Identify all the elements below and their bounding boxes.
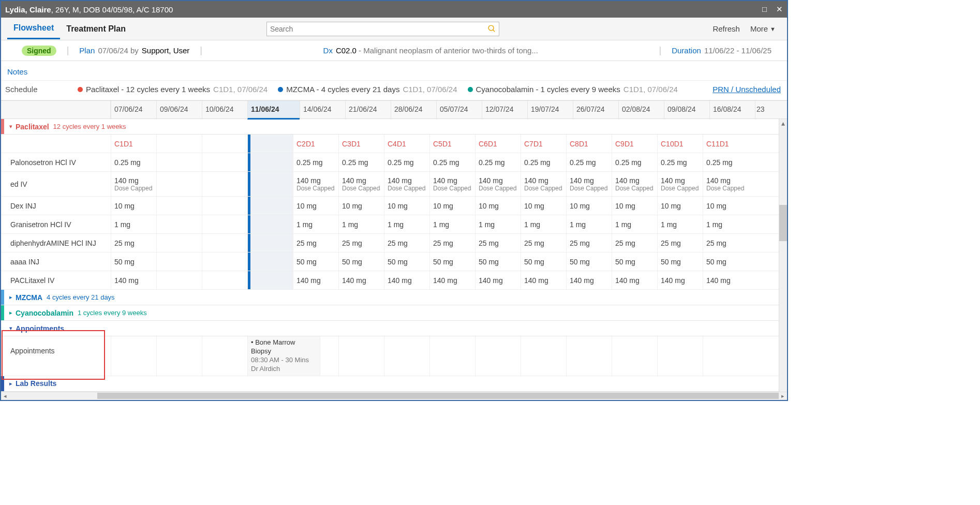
notes-link[interactable]: Notes [1,61,787,81]
dose-cell[interactable]: 50 mg [384,252,429,271]
dose-cell[interactable]: 0.25 mg [521,153,566,171]
dose-cell[interactable]: 140 mg [703,271,748,289]
dose-cell[interactable]: 25 mg [657,234,703,252]
dose-cell[interactable]: 140 mgDose Capped [111,172,156,196]
dose-cell[interactable]: 50 mg [475,252,521,271]
date-column[interactable]: 02/08/24 [618,101,664,118]
date-column[interactable]: 07/06/24 [111,101,156,118]
dose-cell[interactable] [156,234,202,252]
dose-cell[interactable]: 25 mg [566,234,612,252]
dose-cell[interactable]: 50 mg [338,252,384,271]
dose-cell[interactable]: 1 mg [384,215,429,233]
dose-cell[interactable]: 140 mgDose Capped [429,172,475,196]
dose-cell[interactable]: 10 mg [293,197,338,215]
appointment-cell[interactable]: • Bone Marrow Biopsy 08:30 AM - 30 Mins … [247,336,320,376]
date-column[interactable]: 12/07/24 [482,101,527,118]
group-paclitaxel[interactable]: ▾ Paclitaxel 12 cycles every 1 weeks [1,119,787,135]
date-column[interactable]: 09/06/24 [156,101,202,118]
dose-cell[interactable]: 50 mg [111,252,156,271]
dose-cell[interactable]: 0.25 mg [384,153,429,171]
dose-cell[interactable]: 1 mg [111,215,156,233]
date-column[interactable]: 21/06/24 [345,101,391,118]
date-column[interactable]: 11/06/24 [247,101,300,120]
dose-cell[interactable]: 140 mg [612,271,657,289]
dose-cell[interactable]: 0.25 mg [657,153,703,171]
dose-cell[interactable]: 140 mgDose Capped [521,172,566,196]
dose-cell[interactable] [247,172,293,196]
dose-cell[interactable]: 140 mgDose Capped [566,172,612,196]
dose-cell[interactable]: 25 mg [429,234,475,252]
dose-cell[interactable]: 25 mg [111,234,156,252]
tab-flowsheet[interactable]: Flowsheet [7,18,60,39]
dose-cell[interactable] [202,252,247,271]
dose-cell[interactable]: 50 mg [657,252,703,271]
dose-cell[interactable]: 10 mg [429,197,475,215]
dose-cell[interactable]: 10 mg [657,197,703,215]
dose-cell[interactable]: 25 mg [338,234,384,252]
dose-cell[interactable] [156,215,202,233]
dose-cell[interactable]: 140 mg [429,271,475,289]
dose-cell[interactable] [156,252,202,271]
date-column[interactable]: 09/08/24 [664,101,709,118]
horizontal-scrollbar[interactable]: ◂ ▸ [1,392,787,400]
dose-cell[interactable]: 140 mg [338,271,384,289]
group-mzcma[interactable]: ▸ MZCMA 4 cycles every 21 days [1,290,787,305]
dose-cell[interactable]: 0.25 mg [612,153,657,171]
dose-cell[interactable]: 1 mg [703,215,748,233]
dose-cell[interactable]: 140 mg [111,271,156,289]
date-column[interactable]: 05/07/24 [436,101,482,118]
dose-cell[interactable] [247,215,293,233]
dose-cell[interactable]: 25 mg [612,234,657,252]
dose-cell[interactable]: 10 mg [475,197,521,215]
group-cyanocobalamin[interactable]: ▸ Cyanocobalamin 1 cycles every 9 weeks [1,305,787,321]
dose-cell[interactable]: 1 mg [475,215,521,233]
dose-cell[interactable]: 140 mg [521,271,566,289]
dose-cell[interactable]: 1 mg [429,215,475,233]
date-column[interactable]: 14/06/24 [300,101,345,118]
dose-cell[interactable] [156,197,202,215]
tab-treatment-plan[interactable]: Treatment Plan [60,19,132,39]
dose-cell[interactable] [247,271,293,289]
dose-cell[interactable]: 140 mgDose Capped [612,172,657,196]
dose-cell[interactable]: 50 mg [429,252,475,271]
dose-cell[interactable]: 0.25 mg [566,153,612,171]
date-column[interactable]: 26/07/24 [573,101,618,118]
dose-cell[interactable]: 140 mgDose Capped [657,172,703,196]
dose-cell[interactable]: 1 mg [521,215,566,233]
dose-cell[interactable] [156,172,202,196]
search-icon[interactable] [487,24,496,35]
dose-cell[interactable]: 140 mgDose Capped [475,172,521,196]
dose-cell[interactable]: 140 mgDose Capped [384,172,429,196]
window-close-icon[interactable]: ✕ [776,5,783,14]
prn-link[interactable]: PRN / Unscheduled [712,85,781,94]
dose-cell[interactable]: 25 mg [521,234,566,252]
dose-cell[interactable]: 50 mg [293,252,338,271]
dose-cell[interactable]: 25 mg [703,234,748,252]
dose-cell[interactable] [202,215,247,233]
dose-cell[interactable]: 140 mgDose Capped [703,172,748,196]
dose-cell[interactable]: 0.25 mg [111,153,156,171]
dose-cell[interactable]: 10 mg [703,197,748,215]
date-column[interactable]: 10/06/24 [202,101,247,118]
search-input[interactable] [266,22,499,36]
date-column[interactable]: 23 [755,101,768,118]
dose-cell[interactable]: 0.25 mg [703,153,748,171]
dose-cell[interactable]: 10 mg [384,197,429,215]
dose-cell[interactable] [202,197,247,215]
dose-cell[interactable]: 1 mg [612,215,657,233]
dose-cell[interactable] [202,271,247,289]
dose-cell[interactable] [202,234,247,252]
dose-cell[interactable]: 10 mg [111,197,156,215]
dose-cell[interactable] [156,271,202,289]
date-column[interactable]: 19/07/24 [527,101,573,118]
dose-cell[interactable]: 1 mg [657,215,703,233]
dose-cell[interactable] [202,172,247,196]
dose-cell[interactable]: 1 mg [566,215,612,233]
dose-cell[interactable]: 10 mg [566,197,612,215]
date-column[interactable]: 28/06/24 [391,101,436,118]
vertical-scrollbar[interactable]: ▴ [779,119,787,392]
dose-cell[interactable] [156,153,202,171]
dose-cell[interactable]: 140 mg [566,271,612,289]
dose-cell[interactable] [202,153,247,171]
dose-cell[interactable]: 25 mg [475,234,521,252]
